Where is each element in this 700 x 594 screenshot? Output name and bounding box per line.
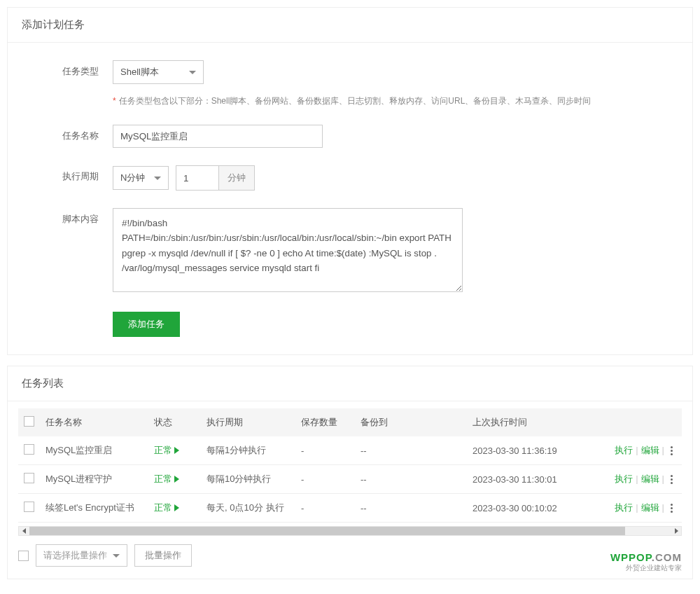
- watermark: WPPOP.COM 外贸企业建站专家: [610, 551, 682, 573]
- batch-select-placeholder: 请选择批量操作: [43, 549, 107, 562]
- row-task-type: 任务类型 Shell脚本: [22, 60, 678, 84]
- cycle-unit: 分钟: [218, 166, 254, 190]
- cycle-type-value: N分钟: [120, 172, 145, 184]
- task-list-panel: 任务列表 任务名称 状态 执行周期 保存数量 备份到 上次执行时间 MySQL监…: [7, 366, 693, 579]
- cell-cycle: 每隔10分钟执行: [201, 465, 295, 494]
- task-table-wrap: 任务名称 状态 执行周期 保存数量 备份到 上次执行时间 MySQL监控重启正常…: [8, 401, 692, 526]
- task-name-input[interactable]: [113, 125, 323, 148]
- cell-save: -: [295, 465, 355, 494]
- th-cycle: 执行周期: [201, 408, 295, 436]
- add-task-panel: 添加计划任务 任务类型 Shell脚本 *任务类型包含以下部分：Shell脚本、…: [7, 7, 693, 355]
- th-last: 上次执行时间: [467, 408, 596, 436]
- row-cycle: 执行周期 N分钟 分钟: [22, 165, 678, 191]
- cell-last: 2023-03-30 11:36:19: [467, 436, 596, 465]
- edit-link[interactable]: 编辑: [641, 445, 659, 455]
- cell-last: 2023-03-30 11:30:01: [467, 465, 596, 494]
- chevron-down-icon: [113, 554, 120, 558]
- cycle-value-wrap: 分钟: [176, 165, 255, 191]
- row-checkbox[interactable]: [24, 502, 34, 512]
- more-icon[interactable]: [671, 478, 673, 481]
- cell-name: MySQL进程守护: [40, 465, 148, 494]
- chevron-down-icon: [189, 71, 196, 74]
- more-icon[interactable]: [671, 507, 673, 509]
- th-name: 任务名称: [40, 408, 148, 436]
- exec-link[interactable]: 执行: [615, 474, 633, 484]
- th-backup: 备份到: [355, 408, 467, 436]
- label-cycle: 执行周期: [22, 165, 113, 183]
- scroll-right-icon[interactable]: [671, 527, 681, 535]
- table-row: MySQL监控重启正常每隔1分钟执行---2023-03-30 11:36:19…: [18, 436, 682, 465]
- label-script: 脚本内容: [22, 208, 113, 226]
- cell-name: MySQL监控重启: [40, 436, 148, 465]
- th-save: 保存数量: [295, 408, 355, 436]
- row-submit: 添加任务: [22, 312, 678, 337]
- scroll-left-icon[interactable]: [19, 527, 29, 535]
- batch-bar: 请选择批量操作 批量操作: [8, 536, 692, 575]
- status-badge[interactable]: 正常: [154, 502, 179, 514]
- task-type-hint: 任务类型包含以下部分：Shell脚本、备份网站、备份数据库、日志切割、释放内存、…: [119, 96, 592, 106]
- status-badge[interactable]: 正常: [154, 444, 179, 457]
- edit-link[interactable]: 编辑: [641, 502, 659, 513]
- task-type-value: Shell脚本: [120, 66, 159, 78]
- table-header-row: 任务名称 状态 执行周期 保存数量 备份到 上次执行时间: [18, 408, 682, 436]
- horizontal-scrollbar[interactable]: [18, 526, 682, 536]
- cell-last: 2023-03-30 00:10:02: [467, 494, 596, 523]
- cell-save: -: [295, 494, 355, 523]
- play-icon: [174, 476, 179, 483]
- row-checkbox[interactable]: [24, 444, 34, 455]
- cell-backup: --: [355, 436, 467, 465]
- exec-link[interactable]: 执行: [615, 502, 633, 513]
- scrollbar-thumb[interactable]: [29, 527, 625, 535]
- exec-link[interactable]: 执行: [615, 445, 633, 455]
- play-icon: [174, 504, 179, 511]
- cycle-value-input[interactable]: [176, 166, 218, 190]
- th-status: 状态: [148, 408, 201, 436]
- cycle-type-select[interactable]: N分钟: [113, 166, 169, 190]
- required-star: *: [113, 96, 116, 106]
- status-badge[interactable]: 正常: [154, 473, 179, 485]
- task-type-select[interactable]: Shell脚本: [113, 60, 204, 84]
- row-hint: *任务类型包含以下部分：Shell脚本、备份网站、备份数据库、日志切割、释放内存…: [22, 90, 678, 107]
- batch-select-all-checkbox[interactable]: [18, 551, 29, 561]
- chevron-down-icon: [154, 177, 161, 180]
- batch-action-button[interactable]: 批量操作: [134, 544, 192, 567]
- form-body: 任务类型 Shell脚本 *任务类型包含以下部分：Shell脚本、备份网站、备份…: [8, 43, 692, 354]
- table-row: 续签Let's Encrypt证书正常每天, 0点10分 执行---2023-0…: [18, 494, 682, 523]
- cell-backup: --: [355, 494, 467, 523]
- cell-name: 续签Let's Encrypt证书: [40, 494, 148, 523]
- list-title: 任务列表: [8, 366, 692, 401]
- cell-cycle: 每天, 0点10分 执行: [201, 494, 295, 523]
- label-task-name: 任务名称: [22, 125, 113, 142]
- batch-action-select[interactable]: 请选择批量操作: [36, 544, 127, 567]
- more-icon[interactable]: [671, 450, 673, 452]
- edit-link[interactable]: 编辑: [641, 474, 659, 484]
- select-all-checkbox[interactable]: [24, 416, 34, 427]
- add-task-button[interactable]: 添加任务: [113, 312, 180, 337]
- table-row: MySQL进程守护正常每隔10分钟执行---2023-03-30 11:30:0…: [18, 465, 682, 494]
- cell-backup: --: [355, 465, 467, 494]
- cell-cycle: 每隔1分钟执行: [201, 436, 295, 465]
- play-icon: [174, 447, 179, 454]
- row-checkbox[interactable]: [24, 473, 34, 483]
- row-script: 脚本内容 #!/bin/bash PATH=/bin:/sbin:/usr/bi…: [22, 208, 678, 294]
- script-textarea[interactable]: #!/bin/bash PATH=/bin:/sbin:/usr/bin:/us…: [113, 208, 463, 292]
- label-task-type: 任务类型: [22, 60, 113, 78]
- row-task-name: 任务名称: [22, 125, 678, 148]
- panel-title: 添加计划任务: [8, 8, 692, 43]
- task-table: 任务名称 状态 执行周期 保存数量 备份到 上次执行时间 MySQL监控重启正常…: [18, 408, 682, 523]
- cell-save: -: [295, 436, 355, 465]
